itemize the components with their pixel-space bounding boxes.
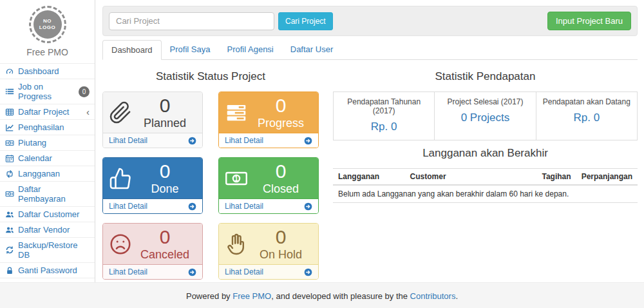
sidebar-item-label: Daftar Customer [18, 209, 79, 219]
sidebar-item-ganti-password[interactable]: Ganti Password [0, 263, 95, 278]
sidebar-item-calendar[interactable]: Calendar [0, 151, 95, 166]
col-customer: Customer [405, 169, 528, 186]
dashboard-icon [5, 67, 14, 76]
stat-project-selesai: Project Selesai (2017) 0 Projects [434, 92, 535, 140]
done-label: Done [133, 182, 196, 196]
tab-profil-agensi[interactable]: Profil Agensi [218, 40, 281, 59]
planned-detail-link[interactable]: Lihat Detail [103, 133, 202, 148]
sidebar-item-daftar-vendor[interactable]: Daftar Vendor [0, 222, 95, 238]
sidebar-item-label: Backup/Restore DB [18, 240, 90, 260]
onhold-label: On Hold [249, 247, 312, 262]
sidebar-item-label: Job on Progress [18, 82, 75, 101]
sidebar-item-label: Daftar Vendor [18, 225, 70, 235]
job-count-badge: 0 [79, 86, 90, 97]
onhold-detail-link[interactable]: Lihat Detail [219, 264, 318, 279]
status-card-planned: 0 Planned Lihat Detail [102, 91, 203, 148]
arrow-circle-right-icon [304, 202, 312, 211]
sidebar-item-label: Penghasilan [18, 122, 64, 132]
done-detail-link[interactable]: Lihat Detail [103, 198, 202, 213]
receivable-icon [5, 139, 14, 148]
logo-area: NO LOGO Free PMO [0, 0, 95, 62]
project-table-icon [5, 108, 14, 117]
sidebar-item-langganan[interactable]: Langganan [0, 166, 95, 182]
closed-label: Closed [249, 182, 312, 196]
search-button[interactable]: Cari Project [278, 12, 333, 30]
customers-icon [5, 210, 14, 219]
progress-count: 0 [249, 95, 312, 116]
status-card-closed: 1 0 Closed Lihat Detail [218, 157, 319, 214]
stat-pendapatan-tahunan: Pendapatan Tahunan (2017) Rp. 0 [334, 92, 434, 140]
income-section: Statistik Pendapatan Pendapatan Tahunan … [333, 64, 638, 280]
paperclip-icon [109, 101, 132, 124]
status-card-on-hold: 0 On Hold Lihat Detail [218, 223, 319, 280]
sidebar-item-label: Ganti Password [18, 265, 77, 275]
sidebar-item-label: Langganan [18, 169, 60, 178]
status-section: Statistik Status Project 0 Planned Lihat… [102, 64, 319, 280]
new-project-button[interactable]: Input Project Baru [547, 12, 631, 30]
arrow-circle-right-icon [188, 268, 196, 276]
payments-icon [5, 189, 14, 198]
col-tagihan: Tagihan [528, 169, 576, 186]
arrow-circle-right-icon [304, 268, 312, 276]
tab-daftar-user[interactable]: Daftar User [282, 40, 341, 59]
col-langganan: Langganan [333, 169, 405, 186]
arrow-circle-right-icon [188, 202, 196, 211]
footer-link-contributors[interactable]: Contributors [410, 291, 456, 301]
status-card-canceled: 0 Canceled Lihat Detail [102, 223, 203, 280]
calendar-icon [5, 154, 14, 163]
income-chart-icon [5, 123, 14, 132]
subscription-section-title: Langganan akan Berakhir [333, 147, 638, 160]
brand-name: Free PMO [0, 47, 95, 57]
done-count: 0 [133, 161, 196, 182]
canceled-count: 0 [133, 227, 196, 247]
closed-detail-link[interactable]: Lihat Detail [219, 198, 318, 213]
sidebar-item-label: Piutang [18, 138, 46, 148]
stat-pendapatan-akan-datang: Pendapatan akan Datang Rp. 0 [536, 92, 637, 140]
free-pmo-dashboard-page: NO LOGO Free PMO Dashboard Job on Progre… [0, 0, 644, 308]
sidebar-item-label: Daftar Project [18, 107, 69, 117]
hand-paper-icon [225, 233, 248, 256]
sidebar-menu: Dashboard Job on Progress 0 Daftar Proje… [0, 63, 95, 294]
main-content: Cari Project Input Project Baru Dashboar… [96, 0, 644, 282]
sidebar-item-job-on-progress[interactable]: Job on Progress 0 [0, 79, 95, 104]
tab-profil-saya[interactable]: Profil Saya [162, 40, 219, 59]
progress-detail-link[interactable]: Lihat Detail [219, 133, 318, 148]
dashboard-body: Statistik Status Project 0 Planned Lihat… [96, 60, 644, 280]
search-input[interactable] [109, 12, 274, 30]
thumbs-up-icon [109, 167, 132, 190]
sidebar-item-daftar-pembayaran[interactable]: Daftar Pembayaran [0, 182, 95, 207]
job-progress-icon [5, 87, 14, 96]
subscription-table: Langganan Customer Tagihan Perpanjangan … [333, 168, 638, 203]
status-card-progress: 0 Progress Lihat Detail [218, 91, 319, 148]
income-stats-table: Pendapatan Tahunan (2017) Rp. 0 Project … [333, 91, 638, 140]
subscription-icon [5, 169, 14, 178]
income-section-title: Statistik Pendapatan [333, 70, 638, 83]
status-section-title: Statistik Status Project [102, 70, 319, 83]
sidebar-item-daftar-project[interactable]: Daftar Project [0, 104, 95, 120]
sidebar-item-penghasilan[interactable]: Penghasilan [0, 120, 95, 135]
sidebar-item-dashboard[interactable]: Dashboard [0, 63, 95, 79]
logo-text-line2: LOGO [39, 24, 56, 31]
planned-label: Planned [133, 116, 196, 130]
col-perpanjangan: Perpanjangan [576, 169, 638, 186]
money-bill-icon: 1 [225, 167, 248, 190]
tab-bar: Dashboard Profil Saya Profil Agensi Daft… [102, 40, 638, 60]
canceled-detail-link[interactable]: Lihat Detail [103, 264, 202, 279]
arrow-circle-right-icon [304, 137, 312, 145]
sidebar-item-backup-restore[interactable]: Backup/Restore DB [0, 238, 95, 263]
page-footer: Powered by Free PMO, and developed with … [0, 282, 644, 308]
tab-dashboard[interactable]: Dashboard [102, 40, 162, 60]
onhold-count: 0 [249, 227, 312, 247]
closed-count: 0 [249, 161, 312, 182]
stat-value: 0 Projects [439, 111, 531, 124]
sidebar-item-daftar-customer[interactable]: Daftar Customer [0, 207, 95, 222]
backup-icon [5, 245, 14, 255]
password-icon [5, 266, 14, 275]
stat-value: Rp. 0 [337, 120, 430, 133]
footer-link-freepmo[interactable]: Free PMO [232, 291, 271, 301]
no-logo-seal-icon: NO LOGO [29, 6, 66, 43]
vendors-icon [5, 226, 14, 235]
status-card-done: 0 Done Lihat Detail [102, 157, 203, 214]
planned-count: 0 [133, 95, 196, 116]
sidebar-item-piutang[interactable]: Piutang [0, 135, 95, 151]
